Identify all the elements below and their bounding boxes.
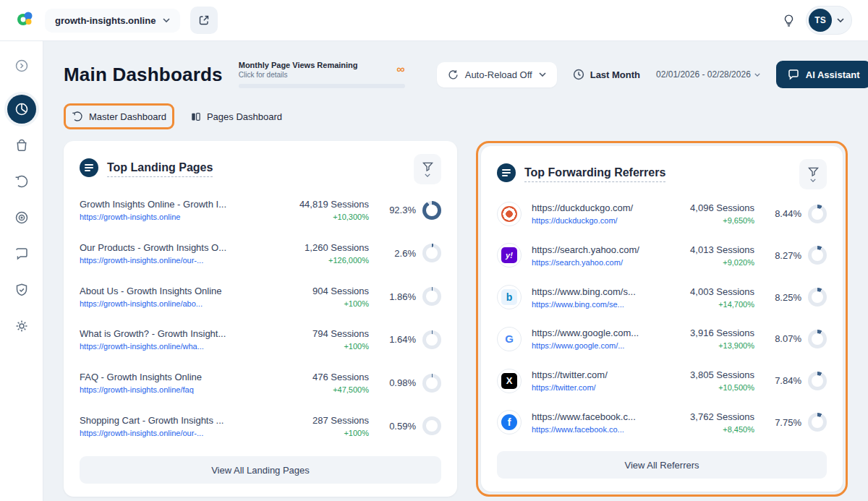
avatar: TS	[809, 9, 832, 32]
landing-pages-card: Top Landing Pages Growth Insights Online…	[64, 141, 457, 497]
view-all-landing-pages-button[interactable]: View All Landing Pages	[80, 456, 441, 484]
referrer-url-link[interactable]: https://www.facebook.co...	[532, 425, 660, 434]
referrer-url-link[interactable]: https://twitter.com/	[532, 383, 660, 392]
tips-button[interactable]	[782, 14, 796, 27]
table-row: FAQ - Growth Insights Online https://gro…	[80, 363, 441, 403]
chevron-down-icon	[425, 174, 430, 177]
share-percent: 92.3%	[389, 205, 416, 215]
tab-master-dashboard[interactable]: Master Dashboard	[70, 108, 168, 125]
shield-check-icon	[14, 283, 29, 297]
sidebar-item-privacy[interactable]	[7, 275, 36, 304]
page-title-text: FAQ - Growth Insights Online	[80, 372, 275, 382]
page-title: Main Dashboards	[64, 64, 223, 86]
share-percent: 8.27%	[775, 250, 801, 261]
table-icon	[497, 163, 516, 185]
referrer-title: https://www.google.com...	[532, 327, 660, 338]
auto-reload-button[interactable]: Auto-Reload Off	[437, 62, 557, 87]
page-url-link[interactable]: https://growth-insights.online/faq	[80, 385, 275, 394]
sessions-delta: +10,300%	[284, 213, 369, 221]
sessions-value: 1,260 Sessions	[284, 242, 369, 253]
page-header: Main Dashboards Monthly Page Views Remai…	[64, 54, 848, 95]
sidebar-item-recordings[interactable]	[7, 167, 36, 196]
share-donut	[422, 374, 441, 393]
refresh-icon	[448, 69, 459, 80]
share-donut	[422, 287, 441, 306]
view-all-referrers-button[interactable]: View All Referrers	[497, 451, 827, 479]
tab-pages-dashboard[interactable]: Pages Dashboard	[189, 108, 284, 125]
sidebar-item-competition[interactable]	[7, 203, 36, 232]
table-row: https://duckduckgo.com/ https://duckduck…	[497, 194, 827, 234]
referrer-url-link[interactable]: https://www.google.com/...	[532, 341, 660, 350]
session-replay-icon	[14, 174, 29, 189]
clock-icon	[573, 69, 584, 80]
table-row: https://search.yahoo.com/ https://search…	[497, 235, 827, 275]
pageviews-details-link[interactable]: Click for details	[239, 71, 405, 79]
ai-assistant-button[interactable]: AI Assistant	[776, 61, 868, 88]
page-url-link[interactable]: https://growth-insights.online	[80, 213, 275, 221]
referrer-favicon	[497, 202, 522, 226]
period-selector[interactable]: Last Month	[573, 69, 640, 80]
referrer-url-link[interactable]: https://duckduckgo.com/	[532, 216, 660, 225]
period-label: Last Month	[590, 69, 640, 80]
user-menu[interactable]: TS	[806, 6, 852, 35]
sessions-delta: +14,700%	[669, 300, 754, 309]
share-percent: 2.6%	[394, 248, 416, 259]
share-percent: 7.75%	[775, 417, 801, 428]
page-url-link[interactable]: https://growth-insights.online/our-...	[80, 429, 275, 437]
external-link-icon	[198, 14, 210, 26]
referrer-favicon	[497, 243, 522, 267]
chat-icon	[788, 69, 799, 80]
sidebar-item-ecommerce[interactable]	[7, 131, 36, 160]
sessions-value: 904 Sessions	[284, 286, 369, 296]
sessions-value: 4,003 Sessions	[669, 286, 754, 297]
page-url-link[interactable]: https://growth-insights.online/abo...	[80, 299, 275, 308]
sessions-delta: +100%	[284, 342, 369, 351]
sidebar-item-feedback[interactable]	[7, 239, 36, 268]
table-row: Shopping Cart - Growth Insights ... http…	[80, 406, 441, 446]
chevron-down-icon	[810, 179, 816, 182]
referrer-title: https://www.bing.com/s...	[532, 286, 660, 297]
sidebar-item-settings[interactable]	[7, 312, 36, 341]
table-row: What is Growth? - Growth Insight... http…	[80, 320, 441, 360]
share-percent: 1.64%	[389, 334, 416, 345]
share-percent: 1.86%	[389, 291, 416, 302]
referrer-title: https://www.facebook.c...	[532, 411, 660, 422]
card-title: Top Forwarding Referrers	[524, 166, 665, 182]
referrer-favicon	[497, 327, 522, 351]
share-donut	[422, 330, 441, 349]
chevron-down-icon	[754, 73, 760, 77]
sidebar	[0, 41, 43, 501]
gear-icon	[14, 319, 29, 333]
share-percent: 0.98%	[389, 377, 416, 388]
page-title-text: Our Products - Growth Insights O...	[80, 242, 275, 253]
page-url-link[interactable]: https://growth-insights.online/our-...	[80, 256, 275, 265]
date-range-label: 02/01/2026 - 02/28/2026	[656, 69, 751, 80]
referrer-url-link[interactable]: https://www.bing.com/se...	[532, 300, 660, 309]
table-row: Growth Insights Online - Growth I... htt…	[80, 190, 441, 231]
funnel-icon	[808, 167, 819, 176]
filter-button[interactable]	[414, 154, 441, 184]
open-website-button[interactable]	[190, 7, 218, 34]
share-donut	[422, 416, 441, 435]
share-donut	[808, 205, 827, 223]
referrer-url-link[interactable]: https://search.yahoo.com/	[532, 258, 660, 267]
share-donut	[808, 288, 827, 307]
sessions-value: 4,013 Sessions	[669, 244, 754, 255]
pageviews-label: Monthly Page Views Remaining	[239, 61, 405, 69]
sidebar-item-collapse[interactable]	[7, 51, 36, 80]
chevron-down-icon	[539, 72, 546, 77]
referrer-favicon	[497, 410, 522, 434]
table-row: About Us - Growth Insights Online https:…	[80, 276, 441, 317]
website-selector[interactable]: growth-insights.online	[45, 9, 180, 33]
ai-assistant-label: AI Assistant	[806, 69, 860, 80]
sessions-delta: +9,020%	[669, 258, 754, 267]
tab-pages-label: Pages Dashboard	[207, 111, 282, 122]
referrers-list: https://duckduckgo.com/ https://duckduck…	[497, 192, 827, 444]
sessions-delta: +126,000%	[284, 256, 369, 265]
date-range[interactable]: 02/01/2026 - 02/28/2026	[656, 69, 760, 80]
filter-button[interactable]	[799, 159, 827, 189]
table-row: https://www.bing.com/s... https://www.bi…	[497, 277, 827, 317]
main-content: Main Dashboards Monthly Page Views Remai…	[43, 41, 868, 501]
page-url-link[interactable]: https://growth-insights.online/wha...	[80, 342, 275, 351]
sidebar-item-dashboards[interactable]	[7, 95, 36, 124]
